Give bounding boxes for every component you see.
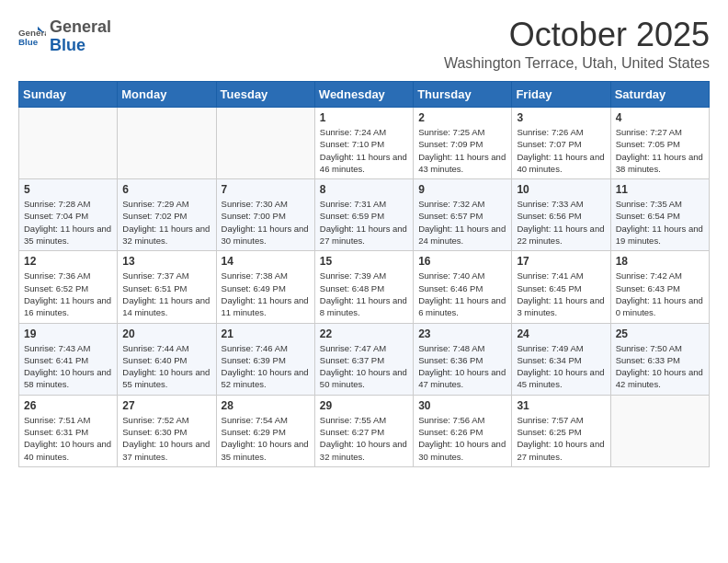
day-number: 3: [517, 111, 605, 124]
calendar-cell: 22Sunrise: 7:47 AM Sunset: 6:37 PM Dayli…: [314, 323, 413, 395]
calendar-cell: [118, 108, 216, 179]
calendar-cell: 28Sunrise: 7:54 AM Sunset: 6:29 PM Dayli…: [216, 395, 314, 466]
day-info: Sunrise: 7:29 AM Sunset: 7:02 PM Dayligh…: [122, 198, 210, 247]
day-info: Sunrise: 7:24 AM Sunset: 7:10 PM Dayligh…: [320, 126, 408, 175]
calendar-cell: [216, 108, 314, 179]
calendar-cell: 9Sunrise: 7:32 AM Sunset: 6:57 PM Daylig…: [414, 179, 512, 251]
calendar-cell: 10Sunrise: 7:33 AM Sunset: 6:56 PM Dayli…: [512, 179, 610, 251]
day-number: 5: [24, 183, 112, 196]
logo: General Blue GeneralBlue: [18, 18, 111, 55]
calendar-cell: 6Sunrise: 7:29 AM Sunset: 7:02 PM Daylig…: [118, 179, 216, 251]
calendar-header-friday: Friday: [512, 82, 610, 108]
day-number: 27: [122, 399, 210, 412]
calendar-cell: 2Sunrise: 7:25 AM Sunset: 7:09 PM Daylig…: [414, 108, 512, 179]
day-info: Sunrise: 7:33 AM Sunset: 6:56 PM Dayligh…: [517, 198, 605, 247]
day-info: Sunrise: 7:25 AM Sunset: 7:09 PM Dayligh…: [418, 126, 506, 175]
calendar-header-tuesday: Tuesday: [216, 82, 314, 108]
day-info: Sunrise: 7:39 AM Sunset: 6:48 PM Dayligh…: [320, 270, 408, 318]
day-info: Sunrise: 7:47 AM Sunset: 6:37 PM Dayligh…: [320, 342, 408, 391]
calendar-cell: 24Sunrise: 7:49 AM Sunset: 6:34 PM Dayli…: [512, 323, 610, 395]
calendar-cell: 31Sunrise: 7:57 AM Sunset: 6:25 PM Dayli…: [512, 395, 610, 466]
calendar-cell: 27Sunrise: 7:52 AM Sunset: 6:30 PM Dayli…: [118, 395, 216, 466]
day-number: 15: [320, 255, 408, 268]
day-number: 17: [517, 255, 605, 268]
calendar-week-2: 5Sunrise: 7:28 AM Sunset: 7:04 PM Daylig…: [19, 179, 710, 251]
location-title: Washington Terrace, Utah, United States: [444, 55, 710, 72]
day-number: 26: [24, 399, 112, 412]
day-number: 13: [122, 255, 210, 268]
calendar-cell: 4Sunrise: 7:27 AM Sunset: 7:05 PM Daylig…: [610, 108, 709, 179]
calendar-cell: 3Sunrise: 7:26 AM Sunset: 7:07 PM Daylig…: [512, 108, 610, 179]
calendar-cell: 1Sunrise: 7:24 AM Sunset: 7:10 PM Daylig…: [314, 108, 413, 179]
calendar-header-monday: Monday: [118, 82, 216, 108]
day-info: Sunrise: 7:30 AM Sunset: 7:00 PM Dayligh…: [222, 198, 310, 247]
calendar-cell: 13Sunrise: 7:37 AM Sunset: 6:51 PM Dayli…: [118, 251, 216, 323]
day-info: Sunrise: 7:35 AM Sunset: 6:54 PM Dayligh…: [616, 198, 704, 247]
calendar-header-row: SundayMondayTuesdayWednesdayThursdayFrid…: [19, 82, 710, 108]
calendar-cell: 14Sunrise: 7:38 AM Sunset: 6:49 PM Dayli…: [216, 251, 314, 323]
day-info: Sunrise: 7:52 AM Sunset: 6:30 PM Dayligh…: [122, 414, 210, 463]
calendar-cell: 21Sunrise: 7:46 AM Sunset: 6:39 PM Dayli…: [216, 323, 314, 395]
day-number: 7: [222, 183, 310, 196]
day-number: 14: [222, 255, 310, 268]
svg-text:Blue: Blue: [18, 37, 39, 47]
day-number: 21: [222, 327, 310, 340]
logo-text: GeneralBlue: [50, 18, 111, 55]
calendar-cell: 15Sunrise: 7:39 AM Sunset: 6:48 PM Dayli…: [314, 251, 413, 323]
day-number: 1: [320, 111, 408, 124]
calendar-cell: 30Sunrise: 7:56 AM Sunset: 6:26 PM Dayli…: [414, 395, 512, 466]
day-number: 19: [24, 327, 112, 340]
calendar-header-saturday: Saturday: [610, 82, 709, 108]
day-number: 24: [517, 327, 605, 340]
calendar-cell: [19, 108, 118, 179]
calendar-cell: 20Sunrise: 7:44 AM Sunset: 6:40 PM Dayli…: [118, 323, 216, 395]
day-info: Sunrise: 7:55 AM Sunset: 6:27 PM Dayligh…: [320, 414, 408, 463]
day-info: Sunrise: 7:46 AM Sunset: 6:39 PM Dayligh…: [222, 342, 310, 391]
day-info: Sunrise: 7:42 AM Sunset: 6:43 PM Dayligh…: [616, 270, 704, 318]
calendar-header-wednesday: Wednesday: [314, 82, 413, 108]
calendar-cell: 16Sunrise: 7:40 AM Sunset: 6:46 PM Dayli…: [414, 251, 512, 323]
day-number: 16: [418, 255, 506, 268]
calendar-header-sunday: Sunday: [19, 82, 118, 108]
day-info: Sunrise: 7:54 AM Sunset: 6:29 PM Dayligh…: [222, 414, 310, 463]
calendar-table: SundayMondayTuesdayWednesdayThursdayFrid…: [18, 81, 710, 467]
day-info: Sunrise: 7:57 AM Sunset: 6:25 PM Dayligh…: [517, 414, 605, 463]
day-info: Sunrise: 7:41 AM Sunset: 6:45 PM Dayligh…: [517, 270, 605, 318]
day-number: 2: [418, 111, 506, 124]
calendar-week-3: 12Sunrise: 7:36 AM Sunset: 6:52 PM Dayli…: [19, 251, 710, 323]
day-info: Sunrise: 7:27 AM Sunset: 7:05 PM Dayligh…: [616, 126, 704, 175]
day-number: 4: [616, 111, 704, 124]
calendar-week-4: 19Sunrise: 7:43 AM Sunset: 6:41 PM Dayli…: [19, 323, 710, 395]
calendar-header-thursday: Thursday: [414, 82, 512, 108]
day-info: Sunrise: 7:32 AM Sunset: 6:57 PM Dayligh…: [418, 198, 506, 247]
day-info: Sunrise: 7:40 AM Sunset: 6:46 PM Dayligh…: [418, 270, 506, 318]
day-info: Sunrise: 7:37 AM Sunset: 6:51 PM Dayligh…: [122, 270, 210, 318]
day-number: 6: [122, 183, 210, 196]
page-header: General Blue GeneralBlue October 2025 Wa…: [18, 18, 710, 72]
day-number: 20: [122, 327, 210, 340]
calendar-week-1: 1Sunrise: 7:24 AM Sunset: 7:10 PM Daylig…: [19, 108, 710, 179]
day-info: Sunrise: 7:51 AM Sunset: 6:31 PM Dayligh…: [24, 414, 112, 463]
day-number: 8: [320, 183, 408, 196]
day-info: Sunrise: 7:31 AM Sunset: 6:59 PM Dayligh…: [320, 198, 408, 247]
month-title: October 2025: [444, 18, 710, 52]
calendar-cell: 26Sunrise: 7:51 AM Sunset: 6:31 PM Dayli…: [19, 395, 118, 466]
calendar-week-5: 26Sunrise: 7:51 AM Sunset: 6:31 PM Dayli…: [19, 395, 710, 466]
day-info: Sunrise: 7:26 AM Sunset: 7:07 PM Dayligh…: [517, 126, 605, 175]
day-info: Sunrise: 7:56 AM Sunset: 6:26 PM Dayligh…: [418, 414, 506, 463]
day-info: Sunrise: 7:38 AM Sunset: 6:49 PM Dayligh…: [222, 270, 310, 318]
calendar-cell: 11Sunrise: 7:35 AM Sunset: 6:54 PM Dayli…: [610, 179, 709, 251]
day-number: 11: [616, 183, 704, 196]
day-info: Sunrise: 7:36 AM Sunset: 6:52 PM Dayligh…: [24, 270, 112, 318]
day-info: Sunrise: 7:50 AM Sunset: 6:33 PM Dayligh…: [616, 342, 704, 391]
day-number: 10: [517, 183, 605, 196]
day-number: 9: [418, 183, 506, 196]
calendar-cell: 23Sunrise: 7:48 AM Sunset: 6:36 PM Dayli…: [414, 323, 512, 395]
calendar-cell: 7Sunrise: 7:30 AM Sunset: 7:00 PM Daylig…: [216, 179, 314, 251]
day-info: Sunrise: 7:43 AM Sunset: 6:41 PM Dayligh…: [24, 342, 112, 391]
calendar-cell: 5Sunrise: 7:28 AM Sunset: 7:04 PM Daylig…: [19, 179, 118, 251]
calendar-cell: 18Sunrise: 7:42 AM Sunset: 6:43 PM Dayli…: [610, 251, 709, 323]
day-number: 22: [320, 327, 408, 340]
day-number: 28: [222, 399, 310, 412]
calendar-cell: 19Sunrise: 7:43 AM Sunset: 6:41 PM Dayli…: [19, 323, 118, 395]
